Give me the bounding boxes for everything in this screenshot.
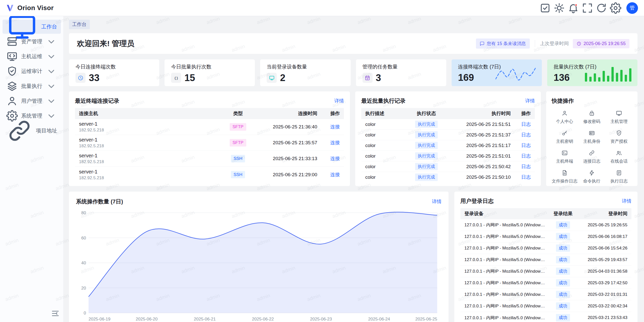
sidebar-item-batch-execution[interactable]: 批量执行 xyxy=(3,79,61,93)
topbar-actions: 管 xyxy=(539,2,638,14)
fullscreen-icon[interactable] xyxy=(582,2,593,14)
host-name: server-1 xyxy=(79,121,222,127)
connect-link[interactable]: 连接 xyxy=(330,156,340,161)
card-title: 最近批量执行记录 xyxy=(361,97,406,105)
log-link[interactable]: 日志 xyxy=(521,122,531,127)
svg-text:80: 80 xyxy=(81,210,86,215)
exec-time: 2025-06-25 21:51:01 xyxy=(448,153,511,159)
quick-action-online-sessions[interactable]: 在线会话 xyxy=(606,150,632,164)
stat-label: 今日批量执行次数 xyxy=(171,63,248,70)
protocol-badge: SFTP xyxy=(230,123,246,130)
welcome-title: 欢迎回来! 管理员 xyxy=(77,39,134,49)
connect-link[interactable]: 连接 xyxy=(330,172,340,177)
column-header: 连接主机 xyxy=(79,110,222,117)
quick-action-label: 主机终端 xyxy=(556,158,573,164)
quick-action-host-terminal[interactable]: 主机终端 xyxy=(552,150,577,164)
quick-action-change-password[interactable]: 修改密码 xyxy=(579,110,605,124)
quick-action-host-management[interactable]: 主机管理 xyxy=(606,110,632,124)
column-header: 操作 xyxy=(317,110,340,117)
settings-gear-icon[interactable] xyxy=(610,2,621,14)
theme-sun-icon[interactable] xyxy=(553,2,565,14)
welcome-meta: 您有 15 条未读消息 上次登录时间 2025-06-25 19:26:55 xyxy=(476,39,629,49)
sidebar-item-project-link[interactable]: 项目地址 xyxy=(3,124,61,138)
terminal-records-detail-link[interactable]: 详情 xyxy=(334,98,344,104)
login-device: 127.0.0.1 - 内网IP - Mozilla/5.0 (Windows … xyxy=(464,234,550,239)
brand: Orion Visor xyxy=(6,4,54,13)
quick-action-asset-authorization[interactable]: 资产授权 xyxy=(606,130,632,144)
sidebar-item-label: 批量执行 xyxy=(21,83,42,90)
breadcrumb-workbench[interactable]: 工作台 xyxy=(69,20,90,29)
svg-text:2025-06-23: 2025-06-23 xyxy=(310,317,332,321)
exec-time: 2025-06-25 21:50:42 xyxy=(448,164,511,169)
login-device: 127.0.0.1 - 内网IP - Mozilla/5.0 (Windows … xyxy=(464,257,550,263)
column-header: 执行描述 xyxy=(365,110,405,117)
column-header: 执行状态 xyxy=(405,110,448,117)
quick-action-host-keys[interactable]: 主机密钥 xyxy=(552,130,577,144)
quick-action-execution-log[interactable]: 执行日志 xyxy=(606,170,632,184)
quick-action-connection-log[interactable]: 连接日志 xyxy=(579,150,605,164)
card-title: 系统操作数量 (7日) xyxy=(76,198,123,205)
exec-description: color xyxy=(365,153,405,159)
log-link[interactable]: 日志 xyxy=(521,132,531,137)
stat-label: 当前登录设备数量 xyxy=(267,63,344,70)
protocol-badge: SFTP xyxy=(230,139,246,146)
system-chart-detail-link[interactable]: 详情 xyxy=(432,198,441,205)
connect-link[interactable]: 连接 xyxy=(330,124,340,129)
panel-check-icon[interactable] xyxy=(539,2,551,14)
login-table-row: 127.0.0.1 - 内网IP - Mozilla/5.0 (Windows … xyxy=(460,312,631,322)
login-table-row: 127.0.0.1 - 内网IP - Mozilla/5.0 (Windows … xyxy=(460,289,631,300)
log-link[interactable]: 日志 xyxy=(521,143,531,148)
quick-action-personal-center[interactable]: 个人中心 xyxy=(552,110,577,124)
monitor-icon xyxy=(267,73,277,83)
host-ip: 182.92.5.218 xyxy=(79,144,222,149)
stat-value: 15 xyxy=(184,73,195,83)
login-result-badge: 成功 xyxy=(556,302,570,310)
link-icon xyxy=(6,118,33,144)
log-link[interactable]: 日志 xyxy=(521,164,531,169)
quick-action-label: 个人中心 xyxy=(556,119,573,124)
host-ip: 182.92.5.218 xyxy=(79,175,222,181)
sidebar-item-user-management[interactable]: 用户管理 xyxy=(3,94,61,108)
refresh-icon[interactable] xyxy=(596,2,607,14)
exec-description: color xyxy=(365,143,405,148)
login-result-badge: 成功 xyxy=(556,233,570,240)
chevron-down-icon xyxy=(46,95,57,107)
svg-text:2025-06-21: 2025-06-21 xyxy=(194,317,216,321)
sidebar-item-ops-audit[interactable]: 运维审计 xyxy=(3,64,61,78)
table-body: color执行完成2025-06-25 21:51:51日志color执行完成2… xyxy=(361,119,535,183)
quick-action-host-identity[interactable]: 主机身份 xyxy=(579,130,605,144)
stat-value: 33 xyxy=(89,73,99,83)
sidebar-item-label: 工作台 xyxy=(41,23,57,30)
login-result-badge: 成功 xyxy=(556,279,570,287)
sidebar-item-workbench[interactable]: 工作台 xyxy=(3,20,61,34)
login-logs-detail-link[interactable]: 详情 xyxy=(622,198,631,204)
log-link[interactable]: 日志 xyxy=(521,174,531,180)
login-device: 127.0.0.1 - 内网IP - Mozilla/5.0 (Windows … xyxy=(464,303,550,309)
quick-action-label: 连接日志 xyxy=(583,158,600,164)
log-link[interactable]: 日志 xyxy=(521,153,531,159)
host-ip: 182.92.5.218 xyxy=(79,159,222,164)
sidebar: 工作台资产管理主机运维运维审计批量执行用户管理系统管理项目地址 xyxy=(0,16,64,322)
stat-card-batch-today: 今日批量执行次数 {} 15 xyxy=(165,59,255,86)
login-time: 2025-04-03 01:36:58 xyxy=(576,269,627,274)
quick-action-command-execution[interactable]: 命令执行 xyxy=(579,170,605,184)
column-header: 类型 xyxy=(222,110,254,117)
user-avatar[interactable]: 管 xyxy=(626,2,638,14)
sidebar-item-host-ops[interactable]: 主机运维 xyxy=(3,49,61,63)
notification-bell-icon[interactable] xyxy=(568,2,579,14)
exec-time: 2025-06-25 21:51:17 xyxy=(448,143,511,148)
unread-messages-badge[interactable]: 您有 15 条未读消息 xyxy=(476,39,530,49)
table-header: 登录设备登录结果登录时间 xyxy=(460,208,631,219)
column-header: 登录时间 xyxy=(576,210,627,217)
batch-records-detail-link[interactable]: 详情 xyxy=(525,98,535,104)
login-table-row: 127.0.0.1 - 内网IP - Mozilla/5.0 (Windows … xyxy=(460,300,631,312)
middle-row: 最近终端连接记录 详情 连接主机类型连接时间操作 server-1182.92.… xyxy=(69,91,637,186)
quick-action-label: 执行日志 xyxy=(611,178,628,184)
login-device: 127.0.0.1 - 内网IP - Mozilla/5.0 (Windows … xyxy=(464,222,550,228)
quick-action-file-operation-log[interactable]: 文件操作日志 xyxy=(552,170,577,184)
connect-link[interactable]: 连接 xyxy=(330,140,340,145)
system-operations-chart-card: 系统操作数量 (7日) 详情 0204060802025-06-192025-0… xyxy=(69,192,449,322)
stats-row: 今日连接终端次数 33 今日批量执行次数 {} 15 当前登录设备数量 2 管理… xyxy=(69,59,637,86)
connect-time: 2025-06-25 21:33:13 xyxy=(254,156,317,161)
collapse-sidebar-icon[interactable] xyxy=(51,309,60,318)
